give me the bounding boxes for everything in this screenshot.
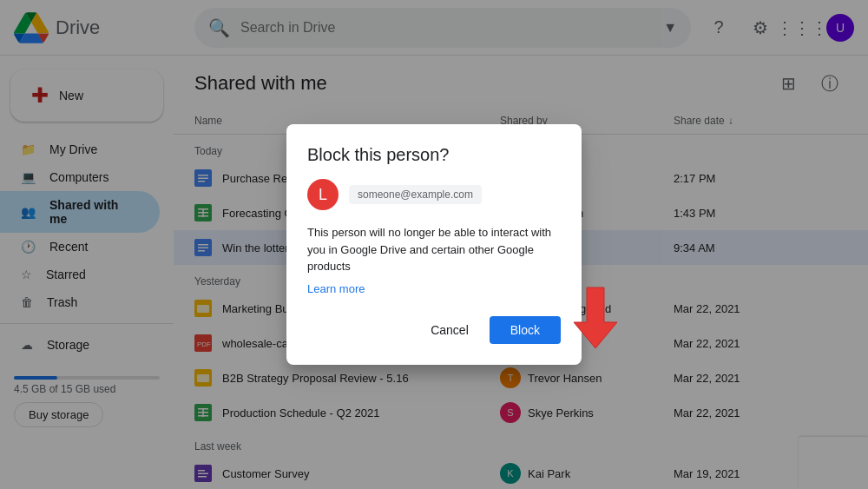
block-button[interactable]: Block bbox=[490, 316, 561, 344]
dialog-user-info: L someone@example.com bbox=[307, 179, 561, 210]
dialog-title: Block this person? bbox=[307, 145, 561, 165]
dialog-user-email: someone@example.com bbox=[349, 185, 482, 204]
red-arrow-annotation bbox=[565, 283, 626, 353]
cancel-button[interactable]: Cancel bbox=[417, 316, 483, 344]
dialog-body-text: This person will no longer be able to in… bbox=[307, 224, 561, 275]
dialog-user-avatar: L bbox=[307, 179, 339, 210]
block-person-dialog: Block this person? L someone@example.com… bbox=[286, 124, 582, 365]
svg-marker-32 bbox=[574, 287, 617, 348]
dialog-overlay: Block this person? L someone@example.com… bbox=[0, 0, 868, 489]
learn-more-link[interactable]: Learn more bbox=[307, 282, 561, 295]
dialog-actions: Cancel Block bbox=[307, 316, 561, 344]
